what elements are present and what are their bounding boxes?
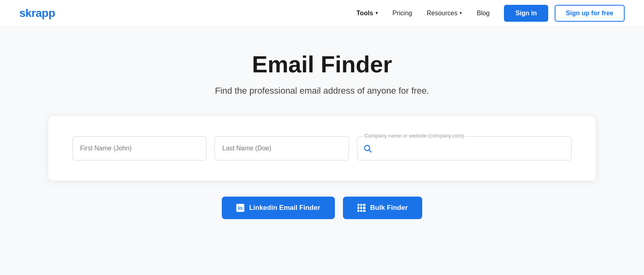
page-title: Email Finder	[252, 51, 392, 78]
nav-actions: Sign in Sign up for free	[504, 5, 625, 22]
nav-blog[interactable]: Blog	[477, 10, 489, 17]
chevron-down-icon: ▾	[460, 10, 462, 16]
nav-resources[interactable]: Resources ▾	[427, 10, 462, 17]
search-icon	[357, 144, 378, 153]
svg-line-1	[369, 150, 371, 152]
company-input[interactable]	[378, 137, 571, 160]
main-content: Email Finder Find the professional email…	[0, 27, 644, 219]
signup-button[interactable]: Sign up for free	[555, 5, 625, 22]
hero-subtitle: Find the professional email address of a…	[215, 86, 429, 96]
signin-button[interactable]: Sign in	[504, 5, 548, 22]
chevron-down-icon: ▾	[376, 10, 378, 16]
first-name-input[interactable]	[72, 136, 206, 160]
company-input-wrapper: Company name or website (company.com)	[357, 136, 572, 160]
bulk-finder-icon	[357, 204, 365, 212]
navbar-links: Tools ▾ Pricing Resources ▾ Blog Sign in…	[357, 5, 625, 22]
navbar: skrapp Tools ▾ Pricing Resources ▾ Blog …	[0, 0, 644, 27]
linkedin-icon: in	[236, 204, 244, 212]
nav-pricing[interactable]: Pricing	[392, 10, 412, 17]
last-name-input[interactable]	[215, 136, 349, 160]
search-card: Company name or website (company.com)	[48, 116, 596, 181]
bottom-buttons: in Linkedin Email Finder Bulk Finder	[222, 197, 422, 219]
nav-tools[interactable]: Tools ▾	[357, 10, 378, 17]
linkedin-email-finder-button[interactable]: in Linkedin Email Finder	[222, 197, 335, 219]
company-label: Company name or website (company.com)	[363, 133, 466, 139]
bulk-finder-button[interactable]: Bulk Finder	[343, 197, 423, 219]
logo[interactable]: skrapp	[19, 7, 55, 20]
